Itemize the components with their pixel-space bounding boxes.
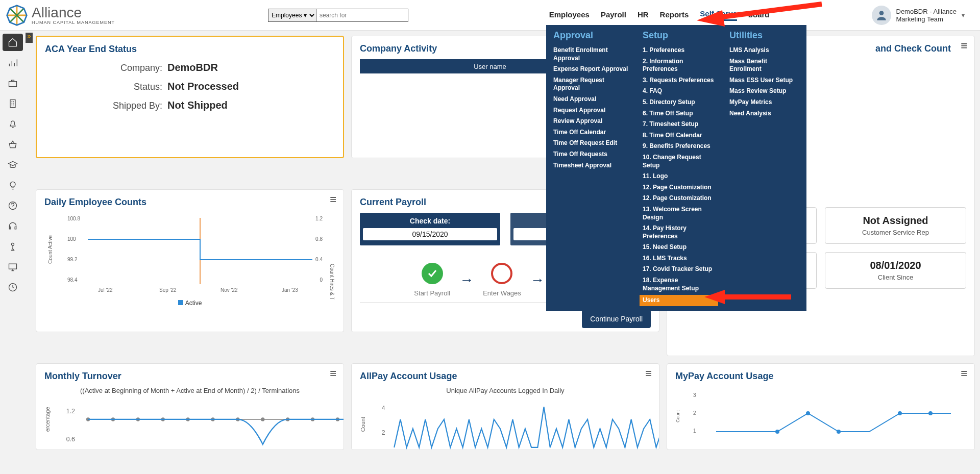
header: Alliance HUMAN CAPITAL MANAGEMENT Employ… xyxy=(0,0,980,31)
card-menu-icon[interactable]: ≡ xyxy=(645,371,652,376)
mega-item[interactable]: 13. Welcome Screen Design xyxy=(643,204,715,223)
mega-item[interactable]: 18. Expense Management Setup xyxy=(643,275,715,294)
mega-item[interactable]: Need Approval xyxy=(553,94,628,105)
mypay-card: ≡ MyPay Account Usage Count 3 2 1 xyxy=(667,363,975,450)
turnover-subtitle: ((Active at Beginning of Month + Active … xyxy=(44,387,335,394)
card-menu-icon[interactable]: ≡ xyxy=(961,43,967,48)
user-line1: DemoBDR - Alliance xyxy=(896,8,957,15)
mega-item[interactable]: Mass Benefit Enrollment xyxy=(729,56,799,75)
daily-card: ≡ Daily Employee Counts Count Active Cou… xyxy=(36,189,344,332)
search-input[interactable] xyxy=(316,9,408,22)
svg-rect-10 xyxy=(9,264,17,269)
mega-item[interactable]: Mass ESS User Setup xyxy=(729,75,799,86)
mega-item[interactable]: LMS Analysis xyxy=(729,45,799,56)
selfserve-dropdown: Approval Benefit Enrollment ApprovalExpe… xyxy=(546,25,806,311)
card-menu-icon[interactable]: ≡ xyxy=(330,371,336,376)
brand-name: Alliance xyxy=(32,6,115,20)
main-grid: ACA Year End Status Company:DemoBDR Stat… xyxy=(36,36,975,474)
arrow-icon: → xyxy=(459,272,474,288)
turnover-chart: ercentage Coun 1.2 0.6 120 60 xyxy=(44,394,344,450)
rail-monitor-icon[interactable] xyxy=(3,258,23,276)
rail-toggle[interactable]: » xyxy=(26,33,33,43)
mega-item[interactable]: 15. Need Setup xyxy=(643,242,715,253)
rail-clock-icon[interactable] xyxy=(3,279,23,296)
step-enter: Enter Wages xyxy=(483,263,521,297)
svg-text:Sep '22: Sep '22 xyxy=(159,287,177,293)
top-nav: Employees Payroll HR Reports Self Serve … xyxy=(549,9,770,21)
mega-item[interactable]: 10. Change Request Setup xyxy=(643,152,715,171)
svg-text:1: 1 xyxy=(693,428,696,434)
nav-selfserve[interactable]: Self Serve xyxy=(700,9,737,21)
stat-csr: Not AssignedCustomer Service Rep xyxy=(825,207,966,244)
card-menu-icon[interactable]: ≡ xyxy=(330,197,336,202)
stat-clientsince: 08/01/2020Client Since xyxy=(825,252,966,289)
mypay-chart: Count 3 2 1 xyxy=(675,387,961,443)
svg-text:98.4: 98.4 xyxy=(67,277,78,283)
mega-item[interactable]: Mass Review Setup xyxy=(729,86,799,97)
daily-chart: Count Active Count Hires & Terms 100.8 1… xyxy=(44,213,335,300)
svg-text:0: 0 xyxy=(320,277,323,283)
mega-item[interactable]: Need Analysis xyxy=(729,108,799,119)
mega-item[interactable]: 2. Information Preferences xyxy=(643,56,715,75)
mega-item[interactable]: 1. Preferences xyxy=(643,45,715,56)
check-icon xyxy=(422,263,443,284)
search-scope-select[interactable]: Employees ▾ xyxy=(268,9,316,22)
mega-item[interactable]: 16. LMS Tracks xyxy=(643,253,715,264)
mega-item[interactable]: 12. Page Customization xyxy=(643,182,715,193)
mega-item[interactable]: 4. FAQ xyxy=(643,86,715,97)
nav-payroll[interactable]: Payroll xyxy=(601,10,626,20)
nav-dashboard[interactable]: board xyxy=(748,10,770,20)
mega-item[interactable]: Time Off Requests xyxy=(553,149,628,160)
checkdate-box: Check date: 09/15/2020 xyxy=(360,213,500,245)
svg-rect-5 xyxy=(9,82,17,87)
mega-item[interactable]: Time Off Request Edit xyxy=(553,138,628,149)
mega-item[interactable]: 8. Time Off Calendar xyxy=(643,130,715,141)
nav-hr[interactable]: HR xyxy=(638,10,649,20)
step-start: Start Payroll xyxy=(414,263,450,297)
mega-item[interactable]: Benefit Enrollment Approval xyxy=(553,45,628,64)
rail-home-icon[interactable] xyxy=(3,34,23,51)
nav-reports[interactable]: Reports xyxy=(660,10,689,20)
rail-help-icon[interactable] xyxy=(3,197,23,214)
mega-col-utilities: LMS AnalysisMass Benefit EnrollmentMass … xyxy=(729,45,799,119)
mega-item[interactable]: 3. Requests Preferences xyxy=(643,75,715,86)
circle-icon xyxy=(491,263,512,284)
rail-analytics-icon[interactable] xyxy=(3,54,23,71)
mega-item[interactable]: 6. Time Off Setup xyxy=(643,108,715,119)
mega-item[interactable]: 11. Logo xyxy=(643,171,715,182)
mega-item-users[interactable]: Users xyxy=(640,295,718,306)
mega-item[interactable]: 14. Pay History Preferences xyxy=(643,223,715,242)
mega-item[interactable]: 9. Benefits Preferences xyxy=(643,141,715,152)
rail-bulb-icon[interactable] xyxy=(3,177,23,194)
mega-item[interactable]: 7. Timesheet Setup xyxy=(643,119,715,130)
mega-item[interactable]: Time Off Calendar xyxy=(553,127,628,138)
mega-item[interactable]: 12. Page Customization xyxy=(643,193,715,204)
brand-tagline: HUMAN CAPITAL MANAGEMENT xyxy=(32,20,115,25)
mega-item[interactable]: Review Approval xyxy=(553,116,628,127)
mega-item[interactable]: Expense Report Approval xyxy=(553,64,628,75)
arrow-icon: → xyxy=(530,272,545,288)
mega-item[interactable]: 17. Covid Tracker Setup xyxy=(643,264,715,275)
rail-person-icon[interactable] xyxy=(3,238,23,255)
svg-text:Count: Count xyxy=(360,417,366,432)
rail-briefcase-icon[interactable] xyxy=(3,74,23,92)
mega-heading-setup: Setup xyxy=(643,30,715,41)
rail-basket-icon[interactable] xyxy=(3,136,23,153)
mega-item[interactable]: Manager Request Approval xyxy=(553,75,628,94)
nav-employees[interactable]: Employees xyxy=(549,10,590,20)
user-block[interactable]: DemoBDR - Alliance Marketing Team ▾ xyxy=(872,6,965,25)
mega-item[interactable]: Request Approval xyxy=(553,105,628,116)
rail-bell-icon[interactable] xyxy=(3,115,23,133)
rail-education-icon[interactable] xyxy=(3,156,23,173)
mega-item[interactable]: MyPay Metrics xyxy=(729,97,799,108)
card-menu-icon[interactable]: ≡ xyxy=(961,371,967,376)
svg-point-55 xyxy=(898,411,902,415)
svg-text:0.6: 0.6 xyxy=(66,436,75,443)
svg-text:0.4: 0.4 xyxy=(315,257,323,262)
continue-payroll-button[interactable]: Continue Payroll xyxy=(582,310,651,328)
rail-building-icon[interactable] xyxy=(3,95,23,112)
mega-item[interactable]: Timesheet Approval xyxy=(553,160,628,171)
rail-headset-icon[interactable] xyxy=(3,217,23,235)
allpay-subtitle: Unique AllPay Accounts Logged In Daily xyxy=(360,387,651,394)
mega-item[interactable]: 5. Directory Setup xyxy=(643,97,715,108)
